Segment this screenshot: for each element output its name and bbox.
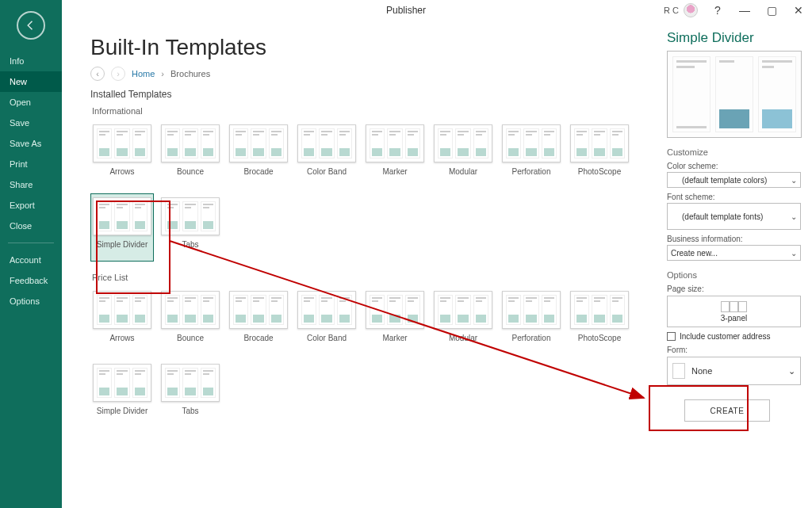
color-scheme-select[interactable]: (default template colors)⌄ xyxy=(667,172,801,188)
chevron-down-icon: ⌄ xyxy=(791,176,797,185)
template-tile[interactable]: Tabs xyxy=(159,360,222,428)
template-tile[interactable]: Brocade xyxy=(227,120,290,189)
nav-print[interactable]: Print xyxy=(0,154,62,174)
business-info-select[interactable]: Create new...⌄ xyxy=(667,245,801,261)
breadcrumb-current: Brochures xyxy=(170,69,210,78)
breadcrumb-back-button[interactable]: ‹ xyxy=(90,67,105,81)
customize-header: Customize xyxy=(667,147,801,157)
template-label: Bounce xyxy=(177,334,204,351)
help-button[interactable]: ? xyxy=(704,0,731,21)
breadcrumb-sep: › xyxy=(161,69,164,78)
template-label: Simple Divider xyxy=(97,407,147,424)
include-customer-checkbox[interactable]: Include customer address xyxy=(667,332,801,341)
minimize-button[interactable]: — xyxy=(731,0,758,21)
template-label: Color Band xyxy=(307,167,347,185)
template-label: Arrows xyxy=(109,334,134,351)
nav-info[interactable]: Info xyxy=(0,51,62,71)
template-label: Tabs xyxy=(182,240,198,258)
document-icon xyxy=(672,363,685,379)
template-thumb-icon xyxy=(366,291,424,329)
template-tile[interactable]: Marker xyxy=(363,287,427,355)
template-label: Brocade xyxy=(243,334,273,351)
template-thumb-icon xyxy=(161,197,220,235)
nav-save-as[interactable]: Save As xyxy=(0,133,62,154)
breadcrumb-forward-button: › xyxy=(111,67,125,81)
back-arrow-icon xyxy=(24,18,38,32)
template-thumb-icon xyxy=(570,124,629,162)
nav-options[interactable]: Options xyxy=(0,291,62,311)
breadcrumb: ‹ › Home › Brochures xyxy=(90,67,647,81)
avatar-icon xyxy=(684,3,698,17)
template-thumb-icon xyxy=(161,291,220,329)
nav-account[interactable]: Account xyxy=(0,250,62,270)
font-scheme-value: (default template fonts) xyxy=(682,212,763,221)
template-tile[interactable]: Bounce xyxy=(159,287,222,355)
app-title: Publisher xyxy=(386,5,426,16)
template-tile[interactable]: Arrows xyxy=(90,120,154,189)
template-preview xyxy=(667,51,802,138)
template-label: Modular xyxy=(449,334,477,351)
nav-new[interactable]: New xyxy=(0,71,62,92)
template-thumb-icon xyxy=(502,291,561,329)
template-thumb-icon xyxy=(229,291,288,329)
templates-content: Built-In Templates ‹ › Home › Brochures … xyxy=(62,21,661,508)
options-header: Options xyxy=(667,270,801,280)
selected-template-title: Simple Divider xyxy=(667,30,801,46)
checkbox-icon xyxy=(667,332,676,341)
template-tile[interactable]: Simple Divider xyxy=(90,360,154,428)
template-thumb-icon xyxy=(93,197,151,235)
template-tile[interactable]: PhotoScope xyxy=(568,287,631,355)
template-tile[interactable]: Modular xyxy=(431,287,495,355)
template-tile[interactable]: Arrows xyxy=(90,287,154,355)
maximize-button[interactable]: ▢ xyxy=(758,0,785,21)
template-tile[interactable]: Perforation xyxy=(500,120,563,189)
template-thumb-icon xyxy=(161,364,220,402)
template-label: Color Band xyxy=(307,334,347,351)
nav-share[interactable]: Share xyxy=(0,174,62,195)
nav-save[interactable]: Save xyxy=(0,113,62,133)
form-select[interactable]: None ⌄ xyxy=(667,357,801,385)
template-label: Brocade xyxy=(243,167,273,185)
nav-open[interactable]: Open xyxy=(0,92,62,113)
business-info-label: Business information: xyxy=(667,235,801,243)
page-size-value: 3-panel xyxy=(721,314,747,323)
template-tile[interactable]: Color Band xyxy=(295,120,358,189)
chevron-down-icon: ⌄ xyxy=(791,249,797,258)
template-thumb-icon xyxy=(434,291,492,329)
template-label: Tabs xyxy=(182,407,198,424)
template-tile[interactable]: Perforation xyxy=(500,287,563,355)
back-button[interactable] xyxy=(17,11,45,40)
template-tile[interactable]: PhotoScope xyxy=(568,120,631,189)
template-tile[interactable]: Color Band xyxy=(295,287,358,355)
template-thumb-icon xyxy=(93,364,151,402)
template-label: Marker xyxy=(382,334,407,351)
breadcrumb-home[interactable]: Home xyxy=(132,69,155,78)
template-tile[interactable]: Modular xyxy=(431,120,495,189)
template-tile[interactable]: Bounce xyxy=(159,120,222,189)
close-button[interactable]: ✕ xyxy=(785,0,812,21)
installed-templates-header: Installed Templates xyxy=(90,89,647,100)
user-account[interactable]: R C xyxy=(664,3,698,17)
page-size-select[interactable]: 3-panel xyxy=(667,296,801,327)
template-tile[interactable]: Tabs xyxy=(159,193,222,262)
template-tile[interactable]: Brocade xyxy=(227,287,290,355)
page-title: Built-In Templates xyxy=(90,35,647,60)
template-thumb-icon xyxy=(229,124,288,162)
font-scheme-select[interactable]: (default template fonts)⌄ xyxy=(667,203,801,230)
template-tile[interactable]: Marker xyxy=(363,120,427,189)
template-thumb-icon xyxy=(93,124,151,162)
template-thumb-icon xyxy=(297,291,356,329)
template-details-panel: Simple Divider Customize Color scheme: (… xyxy=(661,21,812,508)
template-label: Modular xyxy=(449,167,477,185)
section-price-list: Price List xyxy=(92,273,647,282)
nav-close[interactable]: Close xyxy=(0,216,62,236)
user-initials: R C xyxy=(664,6,679,15)
form-value: None xyxy=(691,366,712,376)
template-label: Arrows xyxy=(109,167,134,185)
template-thumb-icon xyxy=(161,124,220,162)
template-label: PhotoScope xyxy=(578,167,622,185)
nav-feedback[interactable]: Feedback xyxy=(0,270,62,291)
create-button[interactable]: CREATE xyxy=(684,399,770,422)
nav-export[interactable]: Export xyxy=(0,195,62,216)
template-tile[interactable]: Simple Divider xyxy=(90,193,154,262)
